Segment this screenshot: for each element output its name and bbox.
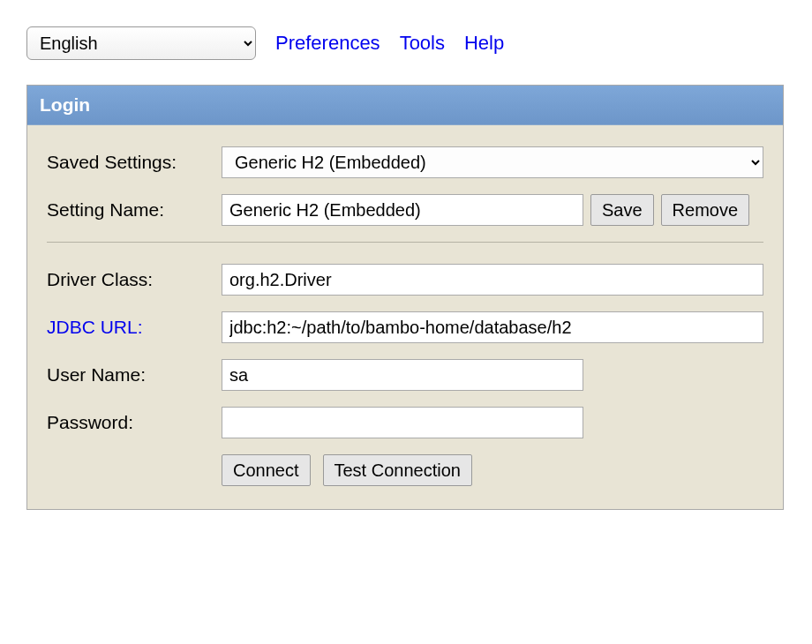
remove-button[interactable]: Remove	[661, 194, 749, 226]
row-driver-class: Driver Class:	[47, 264, 763, 296]
help-link[interactable]: Help	[464, 32, 504, 55]
label-password: Password:	[47, 412, 214, 433]
setting-name-input[interactable]	[222, 194, 583, 226]
row-password: Password:	[47, 407, 763, 438]
driver-class-input[interactable]	[222, 264, 763, 296]
row-setting-name: Setting Name: Save Remove	[47, 194, 763, 226]
panel-title: Login	[27, 86, 783, 125]
language-select[interactable]: English	[26, 26, 256, 60]
label-setting-name: Setting Name:	[47, 199, 214, 221]
saved-settings-select[interactable]: Generic H2 (Embedded)	[222, 146, 763, 178]
top-bar: English Preferences Tools Help	[26, 26, 786, 60]
connect-button[interactable]: Connect	[222, 454, 311, 486]
label-saved-settings: Saved Settings:	[47, 152, 214, 173]
jdbc-url-input[interactable]	[222, 311, 763, 343]
login-panel: Login Saved Settings: Generic H2 (Embedd…	[26, 85, 784, 510]
user-name-input[interactable]	[222, 359, 583, 391]
label-jdbc-url[interactable]: JDBC URL:	[47, 317, 214, 338]
save-button[interactable]: Save	[590, 194, 654, 226]
tools-link[interactable]: Tools	[400, 32, 445, 55]
preferences-link[interactable]: Preferences	[275, 32, 380, 55]
panel-body: Saved Settings: Generic H2 (Embedded) Se…	[27, 125, 783, 509]
label-user-name: User Name:	[47, 364, 214, 386]
row-jdbc-url: JDBC URL:	[47, 311, 763, 343]
password-input[interactable]	[222, 407, 583, 438]
test-connection-button[interactable]: Test Connection	[323, 454, 472, 486]
button-row: Connect Test Connection	[222, 454, 763, 486]
row-saved-settings: Saved Settings: Generic H2 (Embedded)	[47, 146, 763, 178]
row-user-name: User Name:	[47, 359, 763, 391]
label-driver-class: Driver Class:	[47, 269, 214, 290]
divider	[47, 242, 763, 243]
